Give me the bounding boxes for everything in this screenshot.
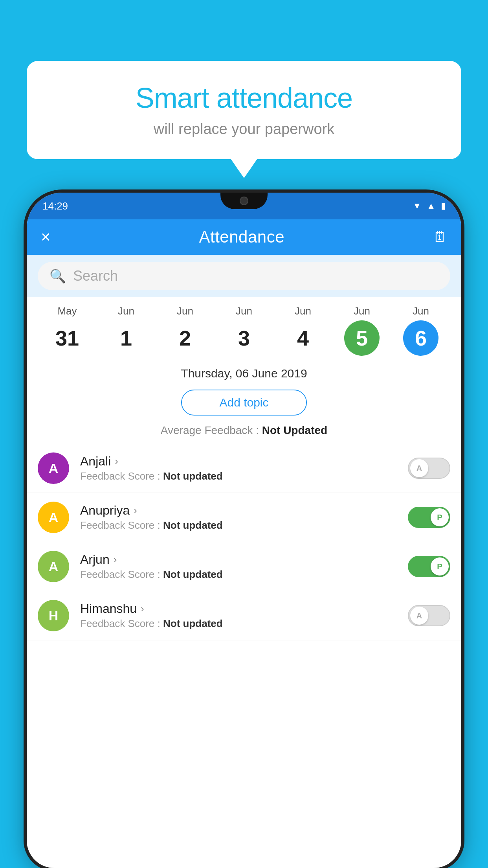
- signal-icon: ▲: [427, 201, 435, 211]
- toggle-knob-3: A: [410, 607, 428, 625]
- calendar-day-1[interactable]: Jun1: [106, 305, 146, 356]
- wifi-icon: ▼: [413, 201, 421, 211]
- cal-month-0: May: [57, 305, 77, 317]
- phone-notch: [220, 193, 268, 209]
- search-bar[interactable]: 🔍 Search: [38, 262, 450, 290]
- student-feedback-3: Feedback Score : Not updated: [80, 618, 397, 630]
- student-feedback-1: Feedback Score : Not updated: [80, 519, 397, 531]
- student-name-0: Anjali ›: [80, 454, 397, 469]
- student-name-2: Arjun ›: [80, 552, 397, 567]
- student-info-0: Anjali ›Feedback Score : Not updated: [80, 454, 397, 482]
- chevron-icon-3: ›: [141, 603, 144, 615]
- cal-date-4: 4: [285, 320, 321, 356]
- student-item-1[interactable]: AAnupriya ›Feedback Score : Not updatedP: [27, 493, 461, 542]
- date-label: Thursday, 06 June 2019: [27, 360, 461, 385]
- speech-bubble: Smart attendance will replace your paper…: [27, 61, 461, 159]
- cal-date-0: 31: [50, 320, 85, 356]
- app-bar: × Attendance 🗓: [27, 219, 461, 255]
- calendar-day-6[interactable]: Jun6: [401, 305, 440, 356]
- calendar-day-3[interactable]: Jun3: [224, 305, 264, 356]
- chevron-icon-1: ›: [134, 504, 137, 517]
- toggle-knob-0: A: [410, 459, 428, 477]
- bubble-subtitle: will replace your paperwork: [50, 121, 438, 138]
- student-info-2: Arjun ›Feedback Score : Not updated: [80, 552, 397, 581]
- status-icons: ▼ ▲ ▮: [413, 201, 446, 211]
- add-topic-button[interactable]: Add topic: [181, 390, 307, 416]
- student-item-3[interactable]: HHimanshu ›Feedback Score : Not updatedA: [27, 591, 461, 640]
- calendar-strip: May31Jun1Jun2Jun3Jun4Jun5Jun6: [27, 297, 461, 360]
- attendance-toggle-3[interactable]: A: [408, 605, 450, 626]
- student-item-0[interactable]: AAnjali ›Feedback Score : Not updatedA: [27, 444, 461, 493]
- cal-date-6: 6: [403, 320, 438, 356]
- toggle-container-2[interactable]: P: [408, 556, 450, 577]
- avatar-0: A: [38, 452, 69, 484]
- close-button[interactable]: ×: [41, 228, 51, 246]
- cal-month-6: Jun: [413, 305, 429, 317]
- toggle-container-3[interactable]: A: [408, 605, 450, 626]
- avatar-2: A: [38, 551, 69, 582]
- cal-month-3: Jun: [236, 305, 252, 317]
- student-list: AAnjali ›Feedback Score : Not updatedAAA…: [27, 444, 461, 640]
- phone-screen: 14:29 ▼ ▲ ▮ × Attendance 🗓 🔍 Search May3…: [27, 193, 461, 868]
- toggle-container-1[interactable]: P: [408, 507, 450, 528]
- chevron-icon-0: ›: [115, 455, 118, 467]
- search-bar-container: 🔍 Search: [27, 255, 461, 297]
- status-time: 14:29: [42, 200, 68, 212]
- battery-icon: ▮: [441, 201, 446, 211]
- cal-month-2: Jun: [177, 305, 193, 317]
- student-name-3: Himanshu ›: [80, 601, 397, 616]
- cal-date-5: 5: [344, 320, 380, 356]
- calendar-day-2[interactable]: Jun2: [165, 305, 205, 356]
- avg-feedback: Average Feedback : Not Updated: [27, 420, 461, 444]
- toggle-knob-2: P: [431, 557, 449, 576]
- search-placeholder: Search: [73, 268, 118, 284]
- app-title: Attendance: [199, 228, 285, 246]
- avatar-3: H: [38, 600, 69, 631]
- bubble-title: Smart attendance: [50, 83, 438, 114]
- attendance-toggle-2[interactable]: P: [408, 556, 450, 577]
- cal-date-2: 2: [167, 320, 203, 356]
- cal-month-5: Jun: [354, 305, 370, 317]
- avatar-1: A: [38, 502, 69, 533]
- student-item-2[interactable]: AArjun ›Feedback Score : Not updatedP: [27, 542, 461, 591]
- phone-frame: 14:29 ▼ ▲ ▮ × Attendance 🗓 🔍 Search May3…: [27, 193, 461, 868]
- calendar-day-0[interactable]: May31: [48, 305, 87, 356]
- search-icon: 🔍: [50, 268, 66, 284]
- student-feedback-2: Feedback Score : Not updated: [80, 568, 397, 581]
- calendar-day-5[interactable]: Jun5: [342, 305, 382, 356]
- cal-month-4: Jun: [295, 305, 311, 317]
- avg-feedback-label: Average Feedback :: [161, 424, 262, 436]
- cal-date-1: 1: [108, 320, 144, 356]
- calendar-icon[interactable]: 🗓: [433, 229, 447, 245]
- attendance-toggle-0[interactable]: A: [408, 458, 450, 479]
- student-name-1: Anupriya ›: [80, 503, 397, 518]
- chevron-icon-2: ›: [114, 554, 117, 566]
- student-info-1: Anupriya ›Feedback Score : Not updated: [80, 503, 397, 531]
- toggle-container-0[interactable]: A: [408, 458, 450, 479]
- cal-date-3: 3: [226, 320, 262, 356]
- avg-feedback-value: Not Updated: [262, 424, 327, 436]
- student-info-3: Himanshu ›Feedback Score : Not updated: [80, 601, 397, 630]
- front-camera: [240, 197, 248, 205]
- cal-month-1: Jun: [118, 305, 134, 317]
- attendance-toggle-1[interactable]: P: [408, 507, 450, 528]
- student-feedback-0: Feedback Score : Not updated: [80, 470, 397, 482]
- toggle-knob-1: P: [431, 508, 449, 526]
- calendar-day-4[interactable]: Jun4: [283, 305, 323, 356]
